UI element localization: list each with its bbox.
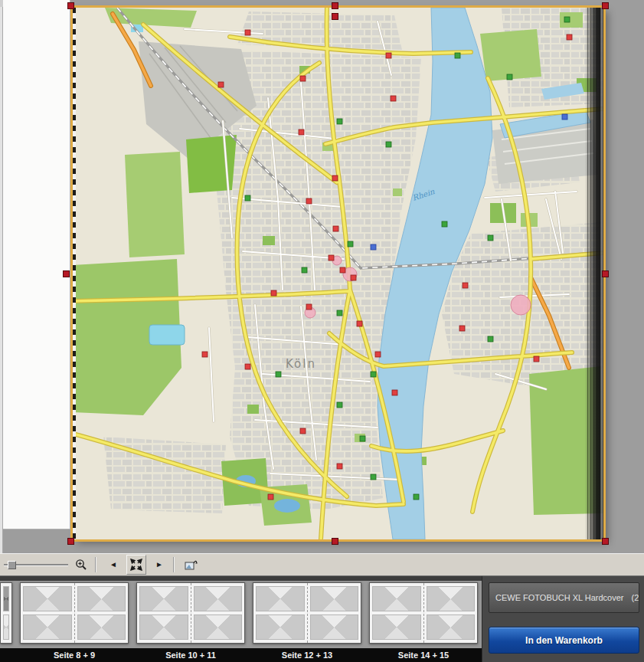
- selection-handle-top-left[interactable]: [67, 2, 74, 9]
- editor-workspace: Köln Rhein: [0, 0, 644, 553]
- image-placeholder: [194, 586, 243, 611]
- magnifier-plus-icon: [74, 558, 88, 572]
- fit-view-button[interactable]: [126, 555, 146, 575]
- image-placeholder: [256, 614, 305, 640]
- map-city-label: Köln: [286, 357, 316, 371]
- bottom-bar: Seite 8 + 9 Seite 10 + 11 Seite 12 + 13 …: [0, 576, 644, 662]
- chevron-right-icon: ►: [155, 561, 163, 569]
- image-placeholder: [427, 614, 476, 640]
- image-placeholder: [77, 614, 126, 640]
- product-pages: (26 S.): [631, 593, 639, 602]
- selection-handle-bottom-left[interactable]: [67, 538, 74, 545]
- page-spread[interactable]: Köln Rhein: [73, 8, 603, 539]
- rotation-handle[interactable]: [332, 13, 338, 20]
- spread-column: Seite 10 + 11: [136, 576, 245, 662]
- zoom-button[interactable]: [71, 555, 91, 575]
- image-placeholder: [194, 614, 243, 640]
- expand-arrows-icon: [130, 559, 142, 571]
- spread-label: Seite 8 + 9: [54, 648, 95, 662]
- spread-column: Seite 14 + 15: [369, 576, 478, 662]
- spread-thumbnail-14-15[interactable]: [369, 582, 478, 644]
- image-placeholder: [310, 586, 359, 611]
- chevron-left-icon: ◄: [110, 561, 117, 569]
- thumb-page: [423, 583, 478, 643]
- toolbar-separator: [95, 557, 96, 572]
- spread-thumbnail-12-13[interactable]: [253, 582, 361, 644]
- selection-handle-middle-left[interactable]: [63, 270, 70, 277]
- thumb-page: [137, 583, 191, 643]
- image-placeholder: [427, 586, 476, 611]
- book-spine-edge: [585, 8, 603, 539]
- product-info-box: CEWE FOTOBUCH XL Hardcover (26 S.): [489, 582, 639, 613]
- image-placeholder: [77, 586, 126, 611]
- shop-panel: CEWE FOTOBUCH XL Hardcover (26 S.) In de…: [482, 576, 644, 662]
- spread-thumbnail-10-11[interactable]: [136, 582, 245, 644]
- thumb-page: [253, 583, 307, 643]
- spread-thumbnail-partial[interactable]: [0, 576, 12, 662]
- previous-page-button[interactable]: ◄: [103, 555, 123, 575]
- page-filmstrip: Seite 8 + 9 Seite 10 + 11 Seite 12 + 13 …: [0, 576, 482, 662]
- pasteboard-left: [3, 0, 70, 529]
- selection-handle-middle-right[interactable]: [602, 270, 609, 277]
- zoom-slider[interactable]: [4, 558, 68, 572]
- image-placeholder: [23, 586, 72, 611]
- thumb-page: [307, 583, 361, 643]
- next-page-button[interactable]: ►: [149, 555, 169, 575]
- spread-label: Seite 14 + 15: [398, 648, 449, 662]
- page-edge-dashed-line: [73, 8, 76, 539]
- thumb-page: [74, 583, 129, 643]
- thumb-page: [21, 583, 74, 643]
- spread-label: Seite 12 + 13: [282, 648, 332, 662]
- image-placeholder: [139, 586, 188, 611]
- image-placeholder: [23, 614, 72, 640]
- selection-handle-bottom-middle[interactable]: [332, 538, 338, 545]
- zoom-slider-handle[interactable]: [8, 561, 16, 569]
- image-placeholder: [310, 614, 359, 640]
- spread-column: Seite 8 + 9: [20, 576, 129, 662]
- image-placeholder: [372, 614, 421, 640]
- selection-handle-top-right[interactable]: [602, 2, 609, 9]
- thumb-page: [191, 583, 245, 643]
- image-placeholder: [372, 586, 421, 611]
- spread-column: Seite 12 + 13: [253, 576, 361, 662]
- toolbar-separator: [173, 557, 175, 572]
- fit-image-icon: [185, 559, 198, 571]
- image-placeholder: [139, 614, 188, 640]
- spread-label: Seite 10 + 11: [165, 648, 216, 662]
- fit-image-button[interactable]: [181, 555, 201, 575]
- product-name: CEWE FOTOBUCH XL Hardcover: [495, 593, 623, 602]
- view-toolbar: ◄ ►: [0, 553, 644, 576]
- spread-thumbnail-8-9[interactable]: [20, 582, 129, 644]
- thumb-page: [370, 583, 423, 643]
- selection-handle-bottom-right[interactable]: [602, 538, 609, 545]
- add-to-cart-button[interactable]: In den Warenkorb: [489, 627, 639, 654]
- image-placeholder: [256, 586, 305, 611]
- selection-handle-top-middle[interactable]: [332, 2, 338, 9]
- map-image[interactable]: Köln Rhein: [73, 8, 603, 539]
